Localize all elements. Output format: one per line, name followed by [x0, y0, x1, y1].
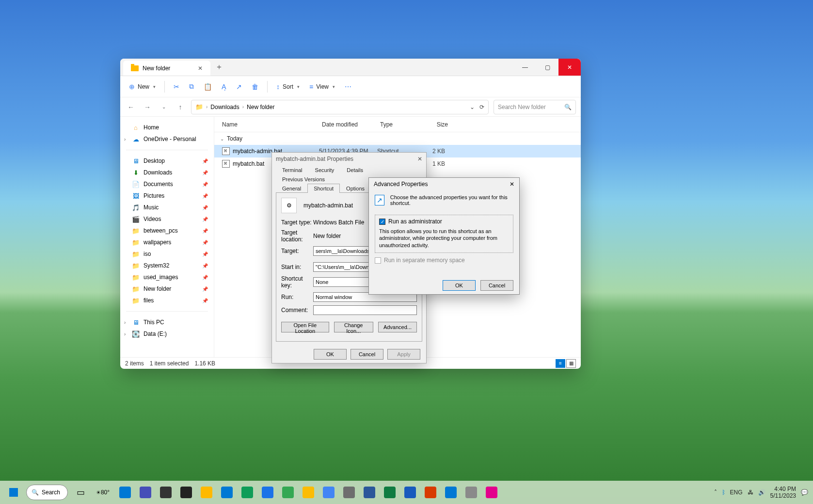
taskbar-app[interactable]	[197, 483, 216, 502]
tab-terminal[interactable]: Terminal	[276, 165, 309, 174]
sidebar-item-pictures[interactable]: 🖼Pictures📌	[120, 190, 214, 202]
details-view-button[interactable]: ≡	[556, 359, 565, 368]
language-indicator[interactable]: ENG	[730, 489, 743, 496]
taskbar-app[interactable]	[238, 483, 257, 502]
recent-button[interactable]: ⌄	[158, 104, 170, 110]
sidebar-item-data-drive[interactable]: ›💽Data (E:)	[120, 328, 214, 340]
sidebar-item-iso[interactable]: 📁iso📌	[120, 248, 214, 260]
minimize-button[interactable]: —	[514, 59, 536, 76]
taskbar-app[interactable]	[482, 483, 501, 502]
taskbar-app[interactable]	[400, 483, 420, 502]
address-bar[interactable]: 📁 › Downloads › New folder ⌄⟳	[191, 100, 489, 114]
sidebar-item-videos[interactable]: 🎬Videos📌	[120, 213, 214, 225]
clock[interactable]: 4:40 PM 5/11/2023	[770, 486, 796, 500]
pin-icon: 📌	[202, 275, 208, 280]
sidebar-item-desktop[interactable]: 🖥Desktop📌	[120, 155, 214, 167]
cut-button[interactable]: ✂	[170, 80, 183, 94]
delete-button[interactable]: 🗑	[248, 80, 262, 94]
tab-security[interactable]: Security	[309, 165, 341, 174]
taskbar-app[interactable]	[462, 483, 481, 502]
forward-button[interactable]: →	[142, 103, 153, 111]
sidebar-item-new-folder[interactable]: 📁New folder📌	[120, 283, 214, 295]
apply-button[interactable]: Apply	[387, 349, 420, 360]
start-button[interactable]	[4, 483, 23, 502]
back-button[interactable]: ←	[125, 103, 137, 111]
taskbar-app[interactable]	[278, 483, 298, 502]
sidebar-item-wallpapers[interactable]: 📁wallpapers📌	[120, 236, 214, 248]
more-button[interactable]: ⋯	[341, 80, 355, 94]
paste-button[interactable]: 📋	[200, 80, 216, 94]
taskbar-app[interactable]	[299, 483, 318, 502]
share-button[interactable]: ↗	[232, 80, 246, 94]
refresh-button[interactable]: ⟳	[479, 104, 484, 110]
ok-button[interactable]: OK	[443, 280, 476, 291]
notifications-icon[interactable]: 💬	[801, 489, 808, 496]
folder-icon: 🎬	[132, 215, 140, 223]
cancel-button[interactable]: Cancel	[480, 280, 513, 291]
volume-icon[interactable]: 🔊	[758, 489, 765, 496]
sidebar-item-music[interactable]: 🎵Music📌	[120, 202, 214, 213]
change-icon-button[interactable]: Change Icon...	[334, 322, 373, 332]
taskbar-app[interactable]	[380, 483, 399, 502]
taskbar-app[interactable]	[217, 483, 237, 502]
tab-details[interactable]: Details	[340, 165, 369, 174]
sidebar-item-between-pcs[interactable]: 📁between_pcs📌	[120, 225, 214, 236]
advanced-button[interactable]: Advanced...	[378, 322, 417, 332]
breadcrumb-downloads[interactable]: Downloads	[210, 104, 239, 110]
run-as-admin-checkbox[interactable]: ✓ Run as administrator	[379, 218, 509, 225]
close-button[interactable]: ✕	[417, 156, 422, 162]
sidebar-item-used-images[interactable]: 📁used_images📌	[120, 271, 214, 283]
tab-close-button[interactable]: ✕	[198, 65, 203, 72]
close-button[interactable]: ✕	[510, 181, 514, 188]
bluetooth-icon[interactable]: ᛒ	[722, 489, 725, 496]
taskbar-app[interactable]	[339, 483, 359, 502]
cancel-button[interactable]: Cancel	[351, 349, 383, 360]
more-icon: ⋯	[345, 83, 351, 91]
network-icon[interactable]: 🖧	[748, 489, 753, 496]
sidebar-item-onedrive[interactable]: ›☁OneDrive - Personal	[120, 133, 214, 145]
sort-button[interactable]: ↕Sort▾	[272, 80, 303, 94]
tab-options[interactable]: Options	[340, 184, 371, 193]
status-item-count: 2 items	[125, 360, 144, 367]
task-view-button[interactable]: ▭	[71, 483, 90, 502]
breadcrumb-current[interactable]: New folder	[247, 104, 274, 110]
group-today[interactable]: ⌄Today	[214, 132, 581, 145]
taskbar-app[interactable]	[441, 483, 461, 502]
comment-input[interactable]	[313, 305, 417, 315]
open-file-location-button[interactable]: Open File Location	[281, 322, 329, 332]
tab-current[interactable]: New folder ✕	[123, 61, 210, 76]
taskbar-app[interactable]	[319, 483, 338, 502]
tab-previous-versions[interactable]: Previous Versions	[276, 174, 331, 184]
sidebar-item-home[interactable]: ⌂Home	[120, 122, 214, 133]
column-headers[interactable]: Name Date modified Type Size	[214, 117, 581, 132]
new-button[interactable]: ⊕New▾	[125, 80, 159, 94]
ok-button[interactable]: OK	[314, 349, 347, 360]
new-tab-button[interactable]: ＋	[210, 59, 228, 76]
tab-shortcut[interactable]: Shortcut	[307, 184, 340, 193]
weather-widget[interactable]: ☀80°	[93, 483, 112, 502]
taskbar-app[interactable]	[136, 483, 155, 502]
tray-chevron[interactable]: ˄	[714, 489, 717, 496]
thumbnails-view-button[interactable]: ▦	[566, 359, 576, 368]
rename-button[interactable]: Aͅ	[218, 80, 230, 94]
taskbar-app[interactable]	[176, 483, 196, 502]
up-button[interactable]: ↑	[175, 103, 186, 111]
tab-general[interactable]: General	[276, 184, 307, 193]
sidebar-item-documents[interactable]: 📄Documents📌	[120, 178, 214, 190]
taskbar-app[interactable]	[360, 483, 379, 502]
sidebar-item-files[interactable]: 📁files📌	[120, 295, 214, 306]
copy-button[interactable]: ⧉	[185, 79, 198, 94]
taskbar-search[interactable]: 🔍Search	[26, 485, 68, 500]
address-dropdown[interactable]: ⌄	[470, 104, 475, 110]
taskbar-app[interactable]	[421, 483, 440, 502]
close-button[interactable]: ✕	[558, 59, 581, 76]
sidebar-item-thispc[interactable]: ›🖥This PC	[120, 316, 214, 328]
taskbar-app[interactable]	[156, 483, 175, 502]
maximize-button[interactable]: ▢	[536, 59, 558, 76]
search-input[interactable]: Search New folder 🔍	[494, 100, 576, 114]
sidebar-item-downloads[interactable]: ⬇Downloads📌	[120, 167, 214, 178]
taskbar-app[interactable]	[115, 483, 135, 502]
sidebar-item-system32[interactable]: 📁System32📌	[120, 260, 214, 271]
view-button[interactable]: ≡View▾	[305, 80, 339, 94]
taskbar-app[interactable]	[258, 483, 277, 502]
